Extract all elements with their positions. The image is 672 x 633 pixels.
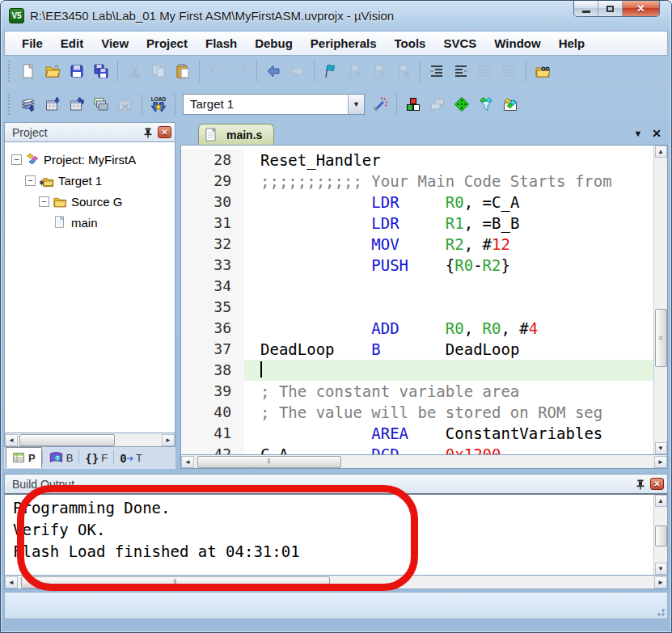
- target-select[interactable]: Target 1▼: [183, 94, 365, 115]
- code-line-37[interactable]: 37DeadLoop B DeadLoop: [181, 339, 653, 360]
- line-text: [244, 360, 653, 381]
- scroll-thumb[interactable]: ⦀: [21, 576, 330, 589]
- build-output-vscrollbar[interactable]: ▲ ▼: [653, 495, 667, 575]
- menu-peripherals[interactable]: Peripherals: [302, 33, 386, 53]
- close-button[interactable]: ✕: [623, 1, 659, 16]
- tree-item-source-g[interactable]: −Source G: [5, 191, 175, 212]
- save-all-button[interactable]: [89, 59, 113, 83]
- code-line-30[interactable]: 30 LDR R0, =C_A: [181, 192, 653, 213]
- unindent-button[interactable]: [449, 59, 473, 83]
- menu-window[interactable]: Window: [485, 33, 549, 53]
- select-packs-button[interactable]: [474, 92, 498, 116]
- code-line-29[interactable]: 29;;;;;;;;;;; Your Main Code Starts from: [181, 171, 653, 192]
- expand-collapse-icon[interactable]: −: [25, 175, 36, 186]
- scroll-left-icon[interactable]: ◄: [5, 434, 18, 446]
- code-line-28[interactable]: 28Reset_Handler: [181, 150, 653, 171]
- expand-collapse-icon[interactable]: −: [11, 154, 22, 165]
- code-area[interactable]: 28Reset_Handler29;;;;;;;;;;; Your Main C…: [181, 146, 653, 454]
- paste-button[interactable]: [171, 59, 195, 83]
- manage-rte-button[interactable]: [450, 92, 474, 116]
- stop-build-button: [113, 92, 137, 116]
- scroll-left-icon[interactable]: ◄: [181, 456, 194, 468]
- code-line-41[interactable]: 41 AREA ConstantVariables: [181, 423, 653, 444]
- code-line-34[interactable]: 34: [181, 276, 653, 297]
- tree-item-project-myfirsta[interactable]: −Project: MyFirstA: [5, 149, 175, 170]
- menu-flash[interactable]: Flash: [197, 33, 246, 53]
- new-file-button[interactable]: [16, 59, 40, 83]
- build-output-close-button[interactable]: ✕: [650, 478, 664, 490]
- debug-session-button[interactable]: [401, 92, 425, 116]
- pin-icon[interactable]: [141, 126, 155, 139]
- menu-project[interactable]: Project: [137, 33, 197, 53]
- code-line-38[interactable]: 38: [181, 360, 653, 381]
- project-panel-close-button[interactable]: ✕: [158, 126, 171, 138]
- indent-button[interactable]: [425, 59, 449, 83]
- scroll-down-icon[interactable]: ▼: [655, 442, 667, 454]
- panel-tab-functions[interactable]: {}F: [79, 447, 113, 468]
- minimize-button[interactable]: [574, 1, 598, 16]
- scroll-up-icon[interactable]: ▲: [655, 495, 667, 507]
- navigate-back-button[interactable]: [261, 59, 285, 83]
- code-line-31[interactable]: 31 LDR R1, =B_B: [181, 213, 653, 234]
- tree-item-target-1[interactable]: −Target 1: [5, 170, 175, 191]
- scroll-thumb[interactable]: [655, 525, 667, 546]
- menu-file[interactable]: File: [13, 33, 52, 53]
- code-line-36[interactable]: 36 ADD R0, R0, #4: [181, 318, 653, 339]
- scroll-thumb[interactable]: [19, 434, 115, 446]
- menu-debug[interactable]: Debug: [246, 33, 302, 53]
- find-in-files-button[interactable]: [530, 59, 555, 83]
- batch-build-button[interactable]: [89, 92, 113, 116]
- toolbar-grip[interactable]: [8, 61, 14, 82]
- navigate-forward-button: [285, 59, 310, 83]
- editor-hscrollbar[interactable]: ◄ ⦀ ►: [180, 455, 668, 469]
- tree-item-main[interactable]: main: [5, 212, 175, 233]
- code-line-33[interactable]: 33 PUSH {R0-R2}: [181, 255, 653, 276]
- project-hscrollbar[interactable]: ◄ ►: [4, 433, 175, 447]
- menu-svcs[interactable]: SVCS: [434, 33, 485, 53]
- scroll-thumb[interactable]: ≡: [655, 309, 667, 367]
- build-output-header: Build Output ✕: [4, 474, 668, 493]
- scroll-down-icon[interactable]: ▼: [655, 563, 667, 575]
- menu-view[interactable]: View: [92, 33, 137, 53]
- tab-close-icon[interactable]: ✕: [652, 127, 661, 140]
- rebuild-button[interactable]: [65, 92, 89, 116]
- download-button[interactable]: LOAD: [146, 92, 171, 116]
- resize-grip[interactable]: [655, 606, 665, 616]
- chevron-down-icon[interactable]: ▼: [348, 95, 364, 114]
- line-number: 29: [181, 171, 244, 192]
- options-for-target-button[interactable]: [368, 92, 392, 116]
- editor-vscrollbar[interactable]: ▲ ≡ ▼: [653, 146, 667, 454]
- scroll-left-icon[interactable]: ◄: [5, 576, 18, 589]
- status-bar: [4, 592, 668, 619]
- menu-edit[interactable]: Edit: [52, 33, 92, 53]
- code-line-40[interactable]: 40; The value will be stored on ROM seg: [181, 402, 653, 423]
- tab-list-dropdown-icon[interactable]: ▼: [633, 129, 642, 138]
- translate-button[interactable]: [16, 92, 40, 116]
- scroll-right-icon[interactable]: ►: [162, 434, 175, 446]
- open-file-button[interactable]: [40, 59, 65, 83]
- toggle-bookmark-button[interactable]: [319, 59, 343, 83]
- pin-icon[interactable]: [633, 478, 648, 491]
- editor-tab-mains[interactable]: main.s: [198, 124, 274, 145]
- code-line-32[interactable]: 32 MOV R2, #12: [181, 234, 653, 255]
- build-button[interactable]: [40, 92, 65, 116]
- panel-tab-books[interactable]: ?B: [43, 447, 79, 468]
- code-line-35[interactable]: 35: [181, 297, 653, 318]
- maximize-button[interactable]: [598, 1, 623, 16]
- menu-help[interactable]: Help: [550, 33, 594, 53]
- pack-installer-button[interactable]: [498, 92, 522, 116]
- menu-tools[interactable]: Tools: [386, 33, 435, 53]
- scroll-right-icon[interactable]: ►: [654, 576, 667, 589]
- save-button[interactable]: [65, 59, 89, 83]
- panel-tab-project[interactable]: P: [6, 447, 42, 468]
- build-output-hscrollbar[interactable]: ◄ ⦀ ►: [4, 576, 668, 589]
- scroll-right-icon[interactable]: ►: [654, 456, 667, 468]
- code-line-39[interactable]: 39; The constant variable area: [181, 381, 653, 402]
- scroll-up-icon[interactable]: ▲: [655, 146, 667, 158]
- panel-tab-templates[interactable]: 0➜T: [114, 447, 148, 468]
- toolbar-grip[interactable]: [8, 94, 14, 115]
- code-line-42[interactable]: 42C_A DCD 0x1200: [181, 444, 653, 454]
- scroll-thumb[interactable]: ⦀: [197, 456, 341, 468]
- expand-collapse-icon[interactable]: −: [39, 196, 49, 207]
- title-bar[interactable]: V5 R:\EE3450 Lab\Lab_01 My First ASM\MyF…: [4, 1, 668, 31]
